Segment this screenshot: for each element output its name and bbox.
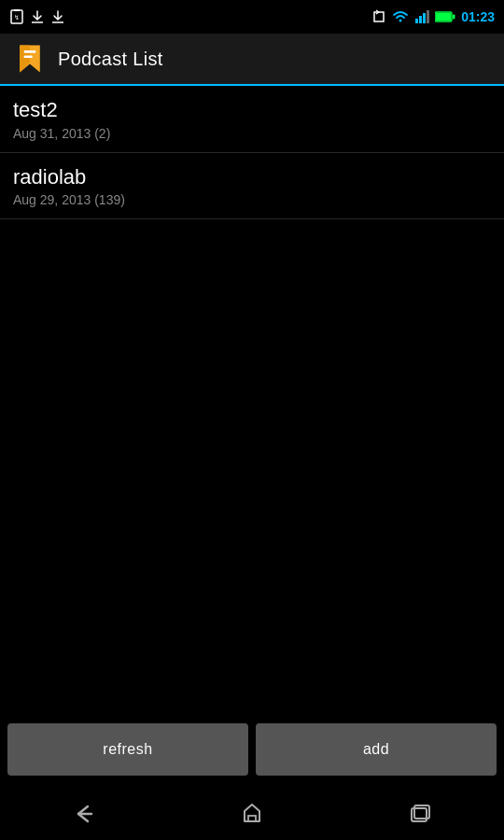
app-logo	[13, 42, 47, 76]
orientation-icon	[371, 9, 386, 24]
svg-text:↯: ↯	[14, 14, 20, 21]
add-button[interactable]: add	[256, 723, 497, 776]
time-display: 01:23	[461, 9, 495, 24]
app-bar: Podcast List	[0, 34, 504, 86]
status-left-icons: ↯	[9, 9, 65, 24]
svg-marker-13	[20, 46, 30, 73]
podcast-date: Aug 31, 2013 (2)	[13, 126, 491, 141]
podcast-date: Aug 29, 2013 (139)	[13, 192, 491, 207]
svg-rect-15	[24, 55, 33, 58]
charge-icon: ↯	[9, 9, 24, 24]
status-right-icons: 01:23	[371, 9, 495, 24]
download-icon-2	[50, 9, 65, 24]
download-icon-1	[30, 9, 45, 24]
battery-icon	[435, 10, 455, 23]
status-bar: ↯	[0, 0, 504, 34]
refresh-button[interactable]: refresh	[7, 723, 248, 776]
home-button[interactable]	[220, 793, 284, 834]
back-button[interactable]	[52, 793, 116, 834]
back-icon	[71, 801, 97, 827]
svg-rect-5	[415, 19, 418, 23]
wifi-icon	[392, 9, 409, 24]
recents-button[interactable]	[388, 793, 452, 834]
list-item[interactable]: radiolab Aug 29, 2013 (139)	[0, 153, 504, 220]
svg-rect-14	[24, 50, 36, 53]
podcast-name: radiolab	[13, 164, 491, 191]
signal-icon	[414, 9, 429, 24]
nav-bar	[0, 788, 504, 840]
svg-rect-7	[423, 13, 426, 23]
svg-rect-8	[427, 10, 429, 23]
recents-icon	[407, 801, 433, 827]
svg-rect-1	[14, 9, 20, 11]
list-item[interactable]: test2 Aug 31, 2013 (2)	[0, 86, 504, 153]
svg-rect-6	[419, 16, 422, 23]
app-bar-title: Podcast List	[58, 49, 163, 70]
home-icon	[239, 801, 265, 827]
svg-rect-11	[453, 15, 455, 20]
bottom-buttons: refresh add	[0, 711, 504, 788]
podcast-name: test2	[13, 97, 491, 124]
svg-rect-10	[436, 13, 451, 21]
podcast-list: test2 Aug 31, 2013 (2) radiolab Aug 29, …	[0, 86, 504, 219]
